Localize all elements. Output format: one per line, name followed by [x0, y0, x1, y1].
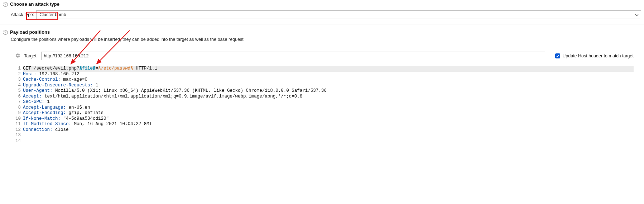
checkbox-checked-icon [555, 53, 560, 58]
code-line[interactable] [23, 133, 634, 138]
target-label: Target: [24, 53, 38, 58]
code-line[interactable]: User-Agent: Mozilla/5.0 (X11; Linux x86_… [23, 88, 634, 94]
code-line[interactable]: Accept: text/html,application/xhtml+xml,… [23, 94, 634, 100]
attack-type-select[interactable]: Cluster bomb [36, 10, 641, 19]
code-line[interactable]: If-Modified-Since: Mon, 16 Aug 2021 10:0… [23, 122, 634, 127]
annotation-red-box [26, 12, 58, 20]
code-line[interactable]: Cache-Control: max-age=0 [23, 77, 634, 83]
line-gutter: 1234567891011121314 [15, 66, 23, 144]
request-editor[interactable]: 1234567891011121314 GET /secret/evil.php… [15, 66, 634, 144]
target-input[interactable] [41, 52, 545, 60]
update-host-label: Update Host header to match target [562, 53, 634, 58]
code-line[interactable]: Connection: close [23, 127, 634, 133]
code-line[interactable]: Accept-Language: en-US,en [23, 105, 634, 111]
code-line[interactable]: If-None-Match: "4-5c9aa534cd120" [23, 116, 634, 122]
update-host-checkbox[interactable]: Update Host header to match target [555, 53, 634, 58]
code-line[interactable]: Host: 192.168.160.212 [23, 72, 634, 77]
help-icon[interactable]: ? [3, 2, 8, 7]
code-line[interactable]: GET /secret/evil.php?§file§=§/etc/passwd… [23, 66, 634, 72]
code-line[interactable]: Sec-GPC: 1 [23, 99, 634, 105]
chevron-down-icon [635, 12, 639, 17]
positions-description: Configure the positions where payloads w… [3, 37, 641, 42]
code-line[interactable] [23, 138, 634, 144]
request-body[interactable]: GET /secret/evil.php?§file§=§/etc/passwd… [23, 66, 634, 144]
section-title-positions: Payload positions [10, 29, 50, 35]
code-line[interactable]: Upgrade-Insecure-Requests: 1 [23, 83, 634, 89]
gear-icon[interactable] [15, 53, 20, 59]
code-line[interactable]: Accept-Encoding: gzip, deflate [23, 110, 634, 116]
section-title-attack-type: Choose an attack type [10, 1, 59, 7]
help-icon[interactable]: ? [3, 30, 8, 35]
